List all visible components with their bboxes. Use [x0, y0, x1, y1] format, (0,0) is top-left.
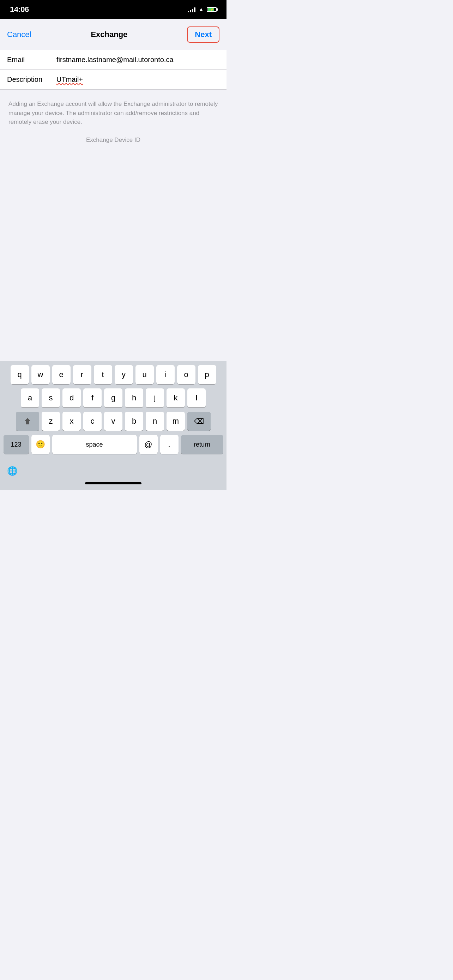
- globe-icon[interactable]: 🌐: [7, 466, 17, 476]
- key-g[interactable]: g: [104, 388, 122, 407]
- form-section: Email Description UTmail+: [0, 50, 227, 90]
- shift-key[interactable]: [16, 412, 39, 431]
- key-b[interactable]: b: [125, 412, 143, 431]
- key-p[interactable]: p: [198, 365, 216, 384]
- return-key[interactable]: return: [181, 435, 223, 454]
- numbers-key[interactable]: 123: [3, 435, 29, 454]
- keyboard-row-1: q w e r t y u i o p: [2, 365, 225, 384]
- key-s[interactable]: s: [41, 388, 60, 407]
- key-x[interactable]: x: [62, 412, 81, 431]
- status-icons: ▲ ⚡: [188, 6, 217, 13]
- key-r[interactable]: r: [73, 365, 91, 384]
- key-j[interactable]: j: [146, 388, 164, 407]
- keyboard-row-3: z x c v b n m ⌫: [2, 412, 225, 431]
- key-d[interactable]: d: [62, 388, 81, 407]
- description-row: Description UTmail+: [0, 70, 227, 90]
- status-time: 14:06: [10, 5, 29, 14]
- key-l[interactable]: l: [188, 388, 206, 407]
- home-bar: [85, 482, 141, 484]
- keyboard-row-4: 123 🙂 space @ . return: [2, 435, 225, 454]
- next-button[interactable]: Next: [187, 27, 219, 43]
- description-label: Description: [7, 75, 56, 84]
- navigation-bar: Cancel Exchange Next: [0, 19, 227, 50]
- key-i[interactable]: i: [156, 365, 175, 384]
- key-y[interactable]: y: [114, 365, 133, 384]
- period-key[interactable]: .: [160, 435, 178, 454]
- key-e[interactable]: e: [52, 365, 71, 384]
- key-q[interactable]: q: [11, 365, 29, 384]
- key-f[interactable]: f: [83, 388, 102, 407]
- device-id-label: Exchange Device ID: [8, 137, 218, 143]
- key-w[interactable]: w: [32, 365, 50, 384]
- keyboard: q w e r t y u i o p a s d f g h j k l: [0, 361, 227, 460]
- key-c[interactable]: c: [83, 412, 102, 431]
- email-row: Email: [0, 50, 227, 70]
- email-label: Email: [7, 56, 56, 64]
- space-key[interactable]: space: [52, 435, 137, 454]
- keyboard-row-2: a s d f g h j k l: [2, 388, 225, 407]
- signal-bars-icon: [188, 7, 196, 12]
- key-m[interactable]: m: [167, 412, 185, 431]
- home-indicator: [0, 479, 227, 490]
- key-z[interactable]: z: [41, 412, 60, 431]
- key-k[interactable]: k: [167, 388, 185, 407]
- at-key[interactable]: @: [139, 435, 158, 454]
- key-h[interactable]: h: [125, 388, 143, 407]
- cancel-button[interactable]: Cancel: [7, 27, 31, 42]
- key-v[interactable]: v: [104, 412, 122, 431]
- wifi-icon: ▲: [198, 6, 204, 13]
- key-a[interactable]: a: [21, 388, 39, 407]
- key-t[interactable]: t: [94, 365, 112, 384]
- info-text: Adding an Exchange account will allow th…: [8, 99, 218, 127]
- description-value: UTmail+: [56, 75, 219, 84]
- key-n[interactable]: n: [146, 412, 164, 431]
- page-title: Exchange: [91, 30, 127, 39]
- email-input[interactable]: [56, 56, 219, 64]
- delete-key[interactable]: ⌫: [188, 412, 211, 431]
- key-o[interactable]: o: [177, 365, 196, 384]
- keyboard-bottom: 🌐: [0, 460, 227, 479]
- emoji-key[interactable]: 🙂: [32, 435, 50, 454]
- status-bar: 14:06 ▲ ⚡: [0, 0, 227, 19]
- info-section: Adding an Exchange account will allow th…: [0, 90, 227, 151]
- content-spacer: [0, 151, 227, 361]
- battery-icon: ⚡: [207, 7, 217, 12]
- key-u[interactable]: u: [135, 365, 154, 384]
